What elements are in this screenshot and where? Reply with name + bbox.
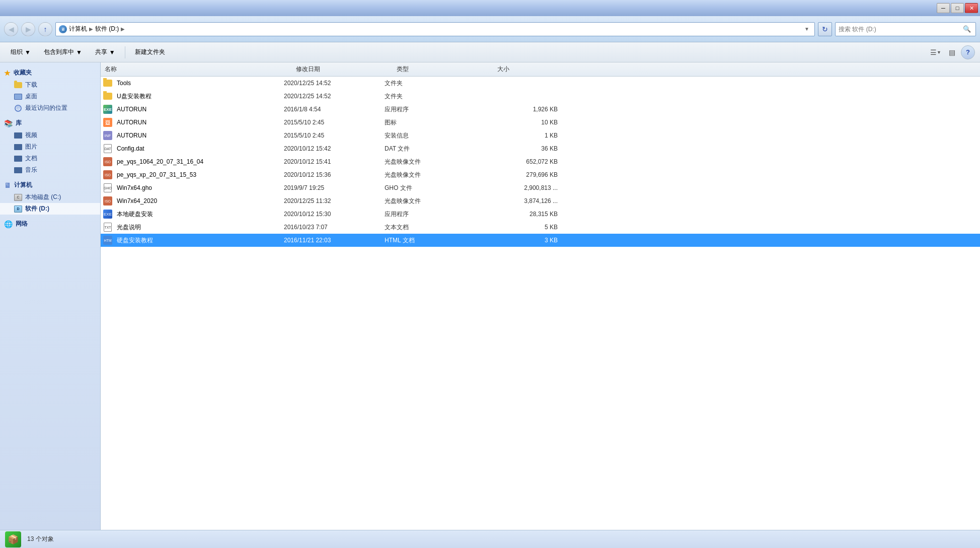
file-size: 279,696 KB <box>485 171 566 178</box>
favorites-header[interactable]: ★ 收藏夹 <box>0 66 100 79</box>
sidebar-item-desktop[interactable]: 桌面 <box>0 91 100 102</box>
file-date: 2016/10/23 7:07 <box>284 224 385 231</box>
close-button[interactable]: ✕ <box>965 3 978 13</box>
table-row[interactable]: ISO pe_yqs_1064_20_07_31_16_04 2020/10/1… <box>101 155 980 168</box>
sidebar-item-drive-d[interactable]: D 软件 (D:) <box>0 203 100 215</box>
sidebar-item-video[interactable]: 视频 <box>0 129 100 141</box>
table-row[interactable]: DAT Config.dat 2020/10/12 15:42 DAT 文件 3… <box>101 142 980 155</box>
recent-label: 最近访问的位置 <box>25 104 67 112</box>
computer-header[interactable]: 🖥 计算机 <box>0 179 100 191</box>
file-name-cell: DAT Config.dat <box>103 144 284 154</box>
file-size: 36 KB <box>485 145 566 152</box>
file-type: 文件夹 <box>385 92 485 101</box>
file-name: Win7x64_2020 <box>117 197 157 204</box>
preview-pane-button[interactable]: ▤ <box>945 45 959 59</box>
file-list: Tools 2020/12/25 14:52 文件夹 U盘安装教程 2020/1… <box>101 77 980 530</box>
table-row[interactable]: HTM 硬盘安装教程 2016/11/21 22:03 HTML 文档 3 KB <box>101 234 980 247</box>
toolbar: 组织 ▼ 包含到库中 ▼ 共享 ▼ 新建文件夹 ☰ ▼ ▤ ? <box>0 42 980 62</box>
table-row[interactable]: EXE 本地硬盘安装 2020/10/12 15:30 应用程序 28,315 … <box>101 208 980 221</box>
share-button[interactable]: 共享 ▼ <box>90 45 121 60</box>
sidebar-item-recent[interactable]: ⏱ 最近访问的位置 <box>0 102 100 114</box>
include-dropdown-icon: ▼ <box>76 49 82 56</box>
file-type: HTML 文档 <box>385 236 485 245</box>
network-header[interactable]: 🌐 网络 <box>0 218 100 230</box>
address-icon: 🖥 <box>59 25 67 33</box>
table-row[interactable]: EXE AUTORUN 2016/1/8 4:54 应用程序 1,926 KB <box>101 103 980 116</box>
sidebar-item-drive-c[interactable]: C 本地磁盘 (C:) <box>0 191 100 203</box>
file-date: 2019/9/7 19:25 <box>284 184 385 191</box>
file-icon: TXT <box>103 222 113 232</box>
file-type: DAT 文件 <box>385 145 485 153</box>
video-label: 视频 <box>25 131 37 140</box>
organize-dropdown-icon: ▼ <box>25 49 31 56</box>
file-size: 652,072 KB <box>485 158 566 165</box>
file-name-cell: Tools <box>103 78 284 88</box>
column-type-header[interactable]: 类型 <box>395 62 495 76</box>
statusbar-logo-icon: 📦 <box>5 531 21 547</box>
forward-button[interactable]: ▶ <box>21 22 35 36</box>
file-name-cell: U盘安装教程 <box>103 91 284 101</box>
search-input[interactable] <box>839 26 959 33</box>
file-icon: 🖼 <box>103 117 113 127</box>
column-name-header[interactable]: 名称 <box>103 62 294 76</box>
file-name-cell: ISO pe_yqs_1064_20_07_31_16_04 <box>103 157 284 167</box>
table-row[interactable]: TXT 光盘说明 2016/10/23 7:07 文本文档 5 KB <box>101 221 980 234</box>
library-section: 📚 库 视频 图片 文档 <box>0 117 100 176</box>
file-date: 2020/12/25 14:52 <box>284 93 385 100</box>
file-name: pe_yqs_1064_20_07_31_16_04 <box>117 158 203 165</box>
file-icon: INF <box>103 130 113 141</box>
up-button[interactable]: ↑ <box>38 22 52 36</box>
file-name-cell: GHO Win7x64.gho <box>103 183 284 193</box>
sidebar: ★ 收藏夹 下载 桌面 ⏱ 最近访问的位置 <box>0 62 101 530</box>
address-part-drive[interactable]: 软件 (D:) <box>95 25 119 33</box>
address-part-computer[interactable]: 计算机 <box>69 25 87 33</box>
table-row[interactable]: Tools 2020/12/25 14:52 文件夹 <box>101 77 980 90</box>
file-name: 硬盘安装教程 <box>117 236 153 245</box>
table-row[interactable]: INF AUTORUN 2015/5/10 2:45 安装信息 1 KB <box>101 129 980 142</box>
computer-section: 🖥 计算机 C 本地磁盘 (C:) D 软件 (D:) <box>0 179 100 215</box>
file-icon: HTM <box>103 235 113 245</box>
table-row[interactable]: ISO pe_yqs_xp_20_07_31_15_53 2020/10/12 … <box>101 168 980 181</box>
table-row[interactable]: U盘安装教程 2020/12/25 14:52 文件夹 <box>101 90 980 103</box>
sidebar-item-image[interactable]: 图片 <box>0 141 100 153</box>
file-date: 2015/5/10 2:45 <box>284 132 385 139</box>
sidebar-item-doc[interactable]: 文档 <box>0 153 100 164</box>
file-type: 文件夹 <box>385 79 485 88</box>
file-type: GHO 文件 <box>385 184 485 192</box>
table-row[interactable]: ISO Win7x64_2020 2020/12/25 11:32 光盘映像文件… <box>101 194 980 208</box>
file-icon: EXE <box>103 104 113 114</box>
library-icon: 📚 <box>4 119 13 127</box>
back-button[interactable]: ◀ <box>4 22 18 36</box>
new-folder-button[interactable]: 新建文件夹 <box>129 45 171 60</box>
include-library-button[interactable]: 包含到库中 ▼ <box>38 45 88 60</box>
address-bar[interactable]: 🖥 计算机 ▶ 软件 (D:) ▶ ▼ <box>55 22 815 36</box>
sidebar-item-music[interactable]: 音乐 <box>0 164 100 176</box>
sidebar-item-download[interactable]: 下载 <box>0 79 100 91</box>
search-icon[interactable]: 🔍 <box>961 24 972 35</box>
drive-c-label: 本地磁盘 (C:) <box>25 193 61 201</box>
address-dropdown-arrow[interactable]: ▼ <box>802 25 811 34</box>
table-row[interactable]: GHO Win7x64.gho 2019/9/7 19:25 GHO 文件 2,… <box>101 181 980 194</box>
minimize-button[interactable]: ─ <box>937 3 950 13</box>
view-toggle-button[interactable]: ☰ ▼ <box>929 45 943 59</box>
refresh-button[interactable]: ↻ <box>818 22 832 36</box>
maximize-button[interactable]: □ <box>951 3 964 13</box>
file-name: Config.dat <box>117 145 144 152</box>
help-button[interactable]: ? <box>961 45 975 59</box>
file-size: 5 KB <box>485 224 566 231</box>
file-name: pe_yqs_xp_20_07_31_15_53 <box>117 171 196 178</box>
favorites-label: 收藏夹 <box>14 68 32 77</box>
favorites-section: ★ 收藏夹 下载 桌面 ⏱ 最近访问的位置 <box>0 66 100 114</box>
file-icon: ISO <box>103 196 113 206</box>
column-size-header[interactable]: 大小 <box>495 62 576 76</box>
column-date-header[interactable]: 修改日期 <box>294 62 395 76</box>
download-label: 下载 <box>25 81 37 89</box>
toolbar-right: ☰ ▼ ▤ ? <box>929 45 975 59</box>
share-dropdown-icon: ▼ <box>109 49 115 56</box>
library-header[interactable]: 📚 库 <box>0 117 100 129</box>
search-bar[interactable]: 🔍 <box>835 22 976 36</box>
organize-button[interactable]: 组织 ▼ <box>5 45 36 60</box>
file-icon: DAT <box>103 144 113 154</box>
table-row[interactable]: 🖼 AUTORUN 2015/5/10 2:45 图标 10 KB <box>101 116 980 129</box>
favorites-star-icon: ★ <box>4 69 11 77</box>
